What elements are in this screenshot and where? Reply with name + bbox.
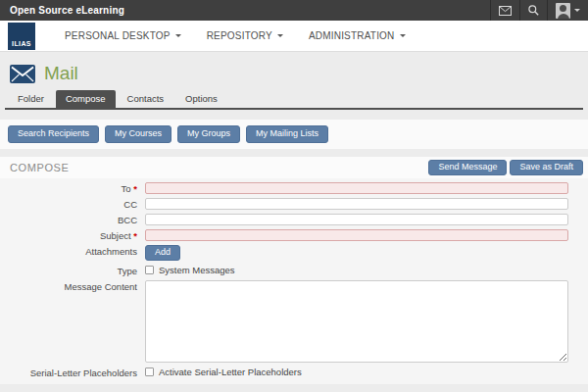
page-header: Mail	[0, 52, 588, 90]
search-recipients-button[interactable]: Search Recipients	[8, 125, 99, 143]
system-messages-checkbox-label: System Messages	[159, 265, 235, 275]
page-title: Mail	[44, 63, 78, 84]
type-row: Type System Messages	[0, 265, 588, 276]
nav-personal-desktop[interactable]: PERSONAL DESKTOP	[65, 30, 181, 41]
user-menu[interactable]	[547, 0, 588, 21]
search-icon	[528, 5, 539, 16]
tab-compose[interactable]: Compose	[56, 90, 116, 108]
mail-shortcut-button[interactable]	[490, 0, 519, 21]
tab-bar: Folder Compose Contacts Options	[5, 90, 583, 110]
logo-text: ILIAS	[12, 40, 31, 47]
required-asterisk: *	[133, 183, 137, 194]
site-title: Open Source eLearning	[10, 5, 124, 16]
header-actions: Send Message Save as Draft	[428, 160, 583, 175]
tab-options[interactable]: Options	[175, 90, 227, 108]
nav-label: ADMINISTRATION	[309, 30, 395, 41]
activate-serial-letter-checkbox-label: Activate Serial-Letter Placeholders	[159, 367, 302, 377]
serial-letter-label: Serial-Letter Placeholders	[0, 367, 145, 378]
save-as-draft-button[interactable]: Save as Draft	[510, 160, 583, 175]
ilias-mail-compose-screen: Open Source eLearning	[0, 0, 588, 392]
subject-label: Subject *	[0, 229, 145, 241]
nav-label: PERSONAL DESKTOP	[65, 30, 171, 41]
nav-menu: PERSONAL DESKTOP REPOSITORY ADMINISTRATI…	[65, 30, 406, 41]
section-title: COMPOSE	[10, 162, 69, 173]
caret-down-icon	[400, 34, 406, 37]
cc-row: CC	[0, 198, 588, 210]
to-label: To *	[0, 182, 145, 194]
message-content-label: Message Content	[0, 280, 145, 292]
attachments-row: Attachments Add	[0, 245, 588, 261]
tab-folder[interactable]: Folder	[8, 90, 54, 108]
bcc-label: BCC	[0, 214, 145, 225]
my-groups-button[interactable]: My Groups	[177, 125, 240, 143]
to-input[interactable]	[145, 182, 568, 194]
recipient-toolbar: Search Recipients My Courses My Groups M…	[0, 120, 588, 149]
system-messages-checkbox[interactable]	[145, 266, 154, 274]
send-message-button[interactable]: Send Message	[428, 160, 507, 175]
user-avatar	[556, 3, 570, 19]
bcc-input[interactable]	[145, 214, 568, 225]
mail-icon	[499, 6, 512, 16]
message-content-textarea[interactable]	[145, 280, 568, 363]
attachments-label: Attachments	[0, 245, 145, 257]
ilias-logo[interactable]: ILIAS	[8, 23, 35, 50]
search-button[interactable]	[519, 0, 547, 21]
type-label: Type	[0, 265, 145, 276]
message-content-row: Message Content	[0, 280, 588, 363]
caret-down-icon	[277, 34, 283, 37]
subject-row: Subject *	[0, 229, 588, 241]
compose-panel-header: COMPOSE Send Message Save as Draft	[0, 157, 588, 178]
my-mailing-lists-button[interactable]: My Mailing Lists	[246, 125, 328, 143]
bcc-row: BCC	[0, 214, 588, 225]
nav-repository[interactable]: REPOSITORY	[207, 30, 283, 41]
required-asterisk: *	[133, 230, 137, 241]
compose-form: To * CC BCC Su	[0, 178, 588, 384]
caret-down-icon	[175, 34, 181, 37]
nav-label: REPOSITORY	[207, 30, 272, 41]
to-row: To *	[0, 182, 588, 194]
caret-down-icon	[574, 9, 580, 12]
mail-envelope-icon	[10, 65, 35, 83]
activate-serial-letter-checkbox[interactable]	[145, 368, 154, 376]
compose-panel: COMPOSE Send Message Save as Draft To * …	[0, 157, 588, 392]
subject-input[interactable]	[145, 229, 568, 241]
main-navbar: ILIAS PERSONAL DESKTOP REPOSITORY ADMINI…	[0, 21, 588, 52]
cc-label: CC	[0, 198, 145, 210]
nav-administration[interactable]: ADMINISTRATION	[309, 30, 406, 41]
my-courses-button[interactable]: My Courses	[105, 125, 172, 143]
topbar-actions	[490, 0, 588, 21]
add-attachment-button[interactable]: Add	[145, 245, 180, 261]
topbar: Open Source eLearning	[0, 0, 588, 21]
cc-input[interactable]	[145, 198, 568, 210]
tab-contacts[interactable]: Contacts	[118, 90, 174, 108]
serial-letter-row: Serial-Letter Placeholders Activate Seri…	[0, 367, 588, 378]
